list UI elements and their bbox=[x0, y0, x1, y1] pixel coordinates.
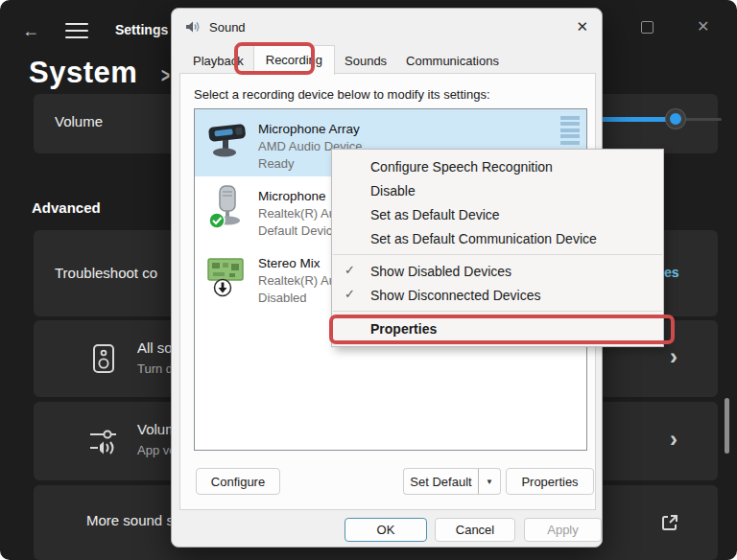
check-icon: ✓ bbox=[345, 287, 355, 301]
app-title: Settings bbox=[115, 22, 168, 37]
volume-slider-rest bbox=[679, 118, 722, 121]
dialog-titlebar[interactable]: Sound ✕ bbox=[172, 9, 602, 45]
device-name: Microphone Array bbox=[258, 122, 579, 136]
configure-button[interactable]: Configure bbox=[196, 468, 280, 495]
tab-communications[interactable]: Communications bbox=[396, 49, 509, 74]
troubleshoot-label: Troubleshoot co bbox=[55, 265, 157, 281]
external-link-icon bbox=[660, 513, 679, 532]
dialog-tabs: Playback Recording Sounds Communications bbox=[183, 47, 509, 74]
level-meter bbox=[560, 116, 580, 147]
dialog-title: Sound bbox=[209, 20, 246, 35]
maximize-icon[interactable] bbox=[641, 21, 654, 34]
scrollbar[interactable] bbox=[725, 398, 729, 454]
chevron-right-icon: › bbox=[670, 426, 678, 453]
advanced-section-heading: Advanced bbox=[32, 199, 101, 216]
hamburger-menu-icon[interactable] bbox=[65, 23, 88, 38]
menu-item-set-default-communication-device[interactable]: Set as Default Communication Device bbox=[332, 226, 663, 250]
annotation-box-properties bbox=[329, 315, 675, 344]
sound-speaker-icon bbox=[185, 19, 201, 35]
menu-item-label: Show Disconnected Devices bbox=[370, 288, 540, 303]
tab-sounds[interactable]: Sounds bbox=[335, 49, 396, 74]
chevron-right-icon: › bbox=[670, 343, 678, 370]
menu-item-configure-speech-recognition[interactable]: Configure Speech Recognition bbox=[332, 154, 663, 178]
dialog-close-icon[interactable]: ✕ bbox=[561, 18, 588, 35]
annotation-box-recording-tab bbox=[234, 42, 315, 75]
stereo-mix-icon bbox=[206, 251, 249, 303]
menu-item-show-disabled-devices[interactable]: ✓ Show Disabled Devices bbox=[332, 259, 663, 283]
instruction-text: Select a recording device below to modif… bbox=[194, 87, 490, 102]
microphone-icon bbox=[206, 184, 249, 236]
set-default-dropdown-icon[interactable]: ▼ bbox=[478, 468, 501, 495]
menu-separator bbox=[333, 311, 662, 312]
check-icon: ✓ bbox=[345, 263, 355, 277]
set-default-button[interactable]: Set Default bbox=[403, 468, 478, 495]
menu-item-label: Show Disabled Devices bbox=[370, 264, 511, 279]
properties-button[interactable]: Properties bbox=[506, 468, 594, 495]
volume-label: Volume bbox=[55, 113, 103, 129]
set-default-split-button: Set Default ▼ bbox=[403, 468, 501, 495]
menu-item-set-default-device[interactable]: Set as Default Device bbox=[332, 202, 663, 226]
volume-slider-handle[interactable] bbox=[666, 109, 685, 128]
devices-link-partial[interactable]: es bbox=[664, 265, 679, 280]
microphone-array-icon bbox=[206, 117, 249, 169]
settings-window: ← Settings ✕ System > Volume Advanced Tr… bbox=[0, 0, 737, 560]
breadcrumb-chevron-icon: > bbox=[161, 63, 170, 88]
window-close-icon[interactable]: ✕ bbox=[697, 17, 709, 36]
ok-button[interactable]: OK bbox=[345, 518, 427, 542]
speaker-device-icon bbox=[89, 343, 118, 374]
menu-separator bbox=[333, 254, 662, 255]
page-title: System bbox=[29, 56, 137, 90]
menu-item-show-disconnected-devices[interactable]: ✓ Show Disconnected Devices bbox=[332, 283, 663, 307]
menu-item-disable[interactable]: Disable bbox=[332, 178, 663, 202]
volume-mixer-icon bbox=[89, 426, 118, 456]
cancel-button[interactable]: Cancel bbox=[435, 518, 515, 542]
apply-button[interactable]: Apply bbox=[524, 518, 602, 542]
back-arrow-icon[interactable]: ← bbox=[19, 19, 42, 42]
